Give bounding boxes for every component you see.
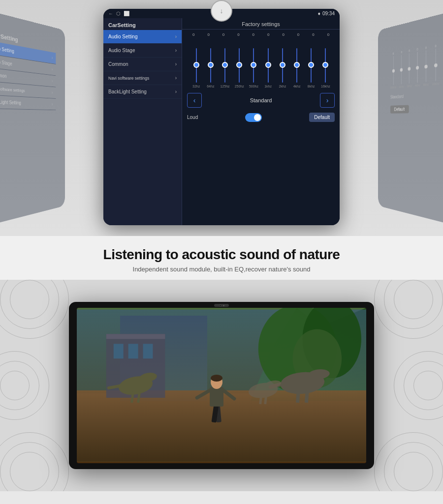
svg-rect-4 [114,344,124,358]
eq-thumb[interactable] [265,62,271,68]
eq-top-values: 0 0 0 0 0 0 0 0 0 0 [187,32,335,37]
camera-dot [223,305,224,306]
cp-main-content: Factory settings 0 0 0 0 0 0 0 0 0 0 [182,18,340,225]
home-icon[interactable]: ⬡ [116,11,121,16]
eq-thumb[interactable] [193,62,199,68]
svg-line-23 [260,395,261,404]
main-title: Listening to acoustic sound of nature [10,247,433,263]
eq-band-250hz: 250hz [232,48,247,88]
eq-thumb[interactable] [322,62,328,68]
down-arrow-icon[interactable]: ↓ [211,0,232,22]
eq-band-4khz: 4khz [289,48,304,88]
bottom-section [0,280,443,491]
eq-section: 0 0 0 0 0 0 0 0 0 0 [182,30,340,90]
back-icon[interactable]: ← [108,11,113,16]
eq-band-32hz: 32hz [189,48,203,88]
eq-thumb[interactable] [208,62,214,68]
sidebar-backlight[interactable]: BackLight Setting › [103,85,182,99]
eq-preset-name: Standard [250,97,272,103]
eq-band-2khz: 2khz [275,48,289,88]
svg-rect-6 [143,344,153,358]
eq-track[interactable] [210,48,211,83]
svg-rect-5 [128,344,138,358]
eq-track[interactable] [296,48,297,83]
factory-header: Factory settings [182,18,340,30]
svg-rect-26 [210,387,223,407]
center-main-panel: ← ⬡ ⬜ ♦ 09:34 CarSetting Audio Setting ›… [103,9,340,225]
rp-default-btn[interactable]: Default [390,105,409,113]
location-icon: ♦ [318,11,320,16]
status-icons: ← ⬡ ⬜ [108,11,129,16]
loud-row: Loud Default [182,111,340,125]
loud-toggle[interactable] [245,113,262,122]
cp-sidebar: CarSetting Audio Setting › Audio Stage ›… [103,18,182,225]
scene-svg [77,308,366,463]
eq-next-button[interactable]: › [320,93,335,108]
svg-line-17 [306,390,307,403]
car-setting-body: CarSetting Audio Setting › Audio Stage ›… [103,18,340,225]
eq-prev-button[interactable]: ‹ [187,93,202,108]
eq-track[interactable] [239,48,240,83]
top-section: ↓ CarSetting Audio Setting› Audio Stage›… [0,0,443,236]
right-panel-content: 0 500hz 0 1khz 0 [387,25,443,231]
eq-track[interactable] [224,48,225,83]
eq-track[interactable] [268,48,269,83]
sidebar-title: CarSetting [103,18,182,30]
device-screen [77,308,366,463]
eq-band-500hz: 500hz [247,48,261,88]
eq-band-8khz: 8khz [304,48,318,88]
eq-sliders: 32hz 64hz 125hz [187,39,335,88]
eq-thumb[interactable] [251,62,256,68]
loud-label: Loud [187,115,198,120]
default-button[interactable]: Default [309,113,335,122]
eq-thumb[interactable] [222,62,228,68]
left-panel-content: CarSetting Audio Setting› Audio Stage› C… [0,25,56,231]
chevron-right-icon: › [175,34,177,39]
eq-controls-row: ‹ Standard › [182,90,340,111]
text-section: Listening to acoustic sound of nature In… [0,236,443,280]
eq-track[interactable] [325,48,326,83]
sidebar-common[interactable]: Common › [103,58,182,71]
chevron-right-icon: › [175,75,177,81]
chevron-right-icon: › [175,89,177,94]
svg-line-13 [132,391,133,403]
eq-band-64hz: 64hz [203,48,218,88]
eq-thumb[interactable] [308,62,314,68]
svg-line-22 [265,395,266,404]
svg-point-30 [211,375,222,382]
eq-thumb[interactable] [236,62,242,68]
svg-line-18 [297,390,298,403]
sidebar-audio-setting[interactable]: Audio Setting › [103,30,182,44]
camera-lens [219,304,222,307]
eq-track[interactable] [311,48,312,83]
right-background-panel: 0 500hz 0 1khz 0 [378,10,443,226]
eq-track[interactable] [282,48,283,83]
recent-icon[interactable]: ⬜ [124,11,129,16]
status-time: 09:34 [322,11,335,16]
left-background-panel: CarSetting Audio Setting› Audio Stage› C… [0,10,65,226]
svg-rect-3 [106,334,165,339]
device-frame [69,302,374,469]
toggle-knob [254,114,261,121]
chevron-right-icon: › [175,48,177,53]
eq-band-125hz: 125hz [218,48,232,88]
eq-track[interactable] [253,48,254,83]
time-area: ♦ 09:34 [318,11,335,16]
svg-line-12 [138,391,140,403]
sidebar-navi[interactable]: Navi software settings › [103,71,182,85]
eq-band-1khz: 1khz [261,48,275,88]
chevron-right-icon: › [175,61,177,67]
sidebar-audio-stage[interactable]: Audio Stage › [103,44,182,58]
eq-thumb[interactable] [280,62,285,68]
eq-band-16khz: 16khz [318,48,333,88]
sub-title: Independent sound module, built-in EQ,re… [10,266,433,273]
camera-bump [214,304,229,307]
eq-thumb[interactable] [294,62,300,68]
eq-track[interactable] [196,48,197,83]
